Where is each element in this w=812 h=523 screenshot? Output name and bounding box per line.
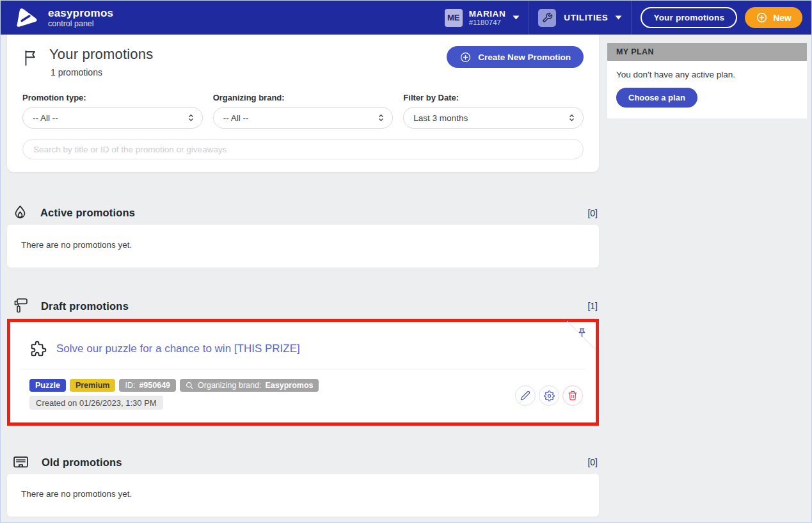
paint-roller-icon xyxy=(12,297,29,315)
settings-button[interactable] xyxy=(539,385,559,406)
navbar-divider xyxy=(631,1,632,35)
draft-promotions-header: Draft promotions [1] xyxy=(7,297,599,315)
create-new-promotion-button[interactable]: Create New Promotion xyxy=(447,46,584,68)
promotion-id-badge: ID: #950649 xyxy=(119,379,176,392)
filter-by-date-value: Last 3 months xyxy=(413,113,569,123)
search-icon xyxy=(186,382,194,390)
brand-value: Easypromos xyxy=(265,381,313,390)
new-button-label: New xyxy=(773,13,792,23)
promotions-header-card: Your promotions 1 promotions Create New … xyxy=(7,35,599,172)
draft-promotion-title-link[interactable]: Solve our puzzle for a chance to win [TH… xyxy=(56,342,300,355)
old-promotions-count: [0] xyxy=(587,457,598,467)
user-avatar: ME xyxy=(445,9,463,27)
flag-icon xyxy=(22,49,39,69)
my-plan-header: MY PLAN xyxy=(607,43,807,61)
archive-icon xyxy=(12,454,29,471)
select-updown-icon xyxy=(569,113,575,122)
brand-home-link[interactable]: easypromos control panel xyxy=(13,6,113,29)
user-menu[interactable]: ME MARIAN #1180747 xyxy=(445,9,520,27)
your-promotions-button[interactable]: Your promotions xyxy=(641,7,737,28)
chevron-down-icon xyxy=(615,15,622,20)
utilities-menu[interactable]: UTILITIES xyxy=(538,9,622,27)
pencil-icon xyxy=(520,390,530,401)
old-promotions-header: Old promotions [0] xyxy=(7,454,599,471)
draft-promotions-count: [1] xyxy=(587,301,598,311)
edit-button[interactable] xyxy=(515,385,536,406)
promotion-type-value: -- All -- xyxy=(33,113,188,123)
user-name: MARIAN xyxy=(469,9,506,19)
id-value: #950649 xyxy=(139,381,170,390)
old-promotions-empty-card: There are no promotions yet. xyxy=(7,474,599,517)
my-plan-panel: MY PLAN You don't have any active plan. … xyxy=(607,43,807,118)
select-updown-icon xyxy=(378,113,384,122)
active-promotions-header: Active promotions [0] xyxy=(7,204,599,221)
search-input[interactable] xyxy=(22,139,584,159)
plus-circle-icon xyxy=(459,51,472,63)
active-empty-text: There are no promotions yet. xyxy=(21,240,585,250)
flame-icon xyxy=(12,204,28,221)
old-empty-text: There are no promotions yet. xyxy=(21,489,585,499)
organizing-brand-value: -- All -- xyxy=(223,113,379,123)
pin-icon[interactable] xyxy=(575,326,589,344)
organizing-brand-label: Organizing brand: xyxy=(213,93,394,102)
wrench-icon xyxy=(538,9,556,27)
old-promotions-title: Old promotions xyxy=(42,456,122,469)
brand-subtitle: control panel xyxy=(48,19,113,28)
promotion-type-select[interactable]: -- All -- xyxy=(22,107,203,129)
navbar-divider xyxy=(529,1,529,35)
choose-plan-button[interactable]: Choose a plan xyxy=(616,88,697,108)
active-promotions-count: [0] xyxy=(587,208,598,218)
promotions-count: 1 promotions xyxy=(51,67,153,77)
top-navbar: easypromos control panel ME MARIAN #1180… xyxy=(1,1,811,35)
active-promotions-title: Active promotions xyxy=(40,207,135,219)
draft-promotion-card: Solve our puzzle for a chance to win [TH… xyxy=(7,319,599,426)
id-label: ID: xyxy=(125,381,135,390)
premium-badge: Premium xyxy=(70,379,116,392)
brand-label: Organizing brand: xyxy=(198,381,261,390)
puzzle-icon xyxy=(29,339,48,358)
page-title: Your promotions xyxy=(49,46,153,63)
filter-by-date-select[interactable]: Last 3 months xyxy=(403,107,584,129)
organizing-brand-badge: Organizing brand: Easypromos xyxy=(180,379,319,392)
created-date-badge: Created on 01/26/2023, 1:30 PM xyxy=(29,396,163,410)
no-plan-text: You don't have any active plan. xyxy=(616,70,798,79)
new-promotion-button[interactable]: New xyxy=(745,7,802,28)
create-button-label: Create New Promotion xyxy=(478,52,571,62)
draft-promotions-title: Draft promotions xyxy=(41,300,129,312)
utilities-label: UTILITIES xyxy=(564,13,608,22)
chevron-down-icon xyxy=(513,15,520,20)
gear-icon xyxy=(544,390,555,401)
user-id: #1180747 xyxy=(469,19,506,27)
promotion-type-label: Promotion type: xyxy=(22,93,203,102)
app-window: easypromos control panel ME MARIAN #1180… xyxy=(0,0,812,523)
brand-name: easypromos xyxy=(48,7,113,19)
easypromos-logo-icon xyxy=(13,6,39,29)
promotion-type-badge: Puzzle xyxy=(29,379,66,392)
active-promotions-empty-card: There are no promotions yet. xyxy=(7,225,599,268)
filter-by-date-label: Filter by Date: xyxy=(403,93,584,102)
plus-circle-icon xyxy=(756,12,768,24)
organizing-brand-select[interactable]: -- All -- xyxy=(213,107,394,129)
trash-icon xyxy=(568,390,578,401)
delete-button[interactable] xyxy=(562,385,583,406)
select-updown-icon xyxy=(188,113,194,122)
